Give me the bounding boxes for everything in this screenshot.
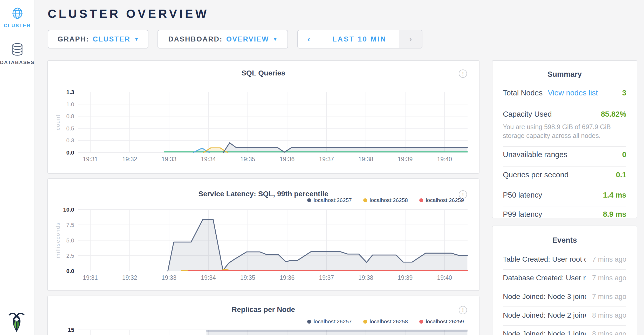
svg-text:5.0: 5.0 (66, 237, 74, 244)
globe-icon (11, 16, 23, 20)
svg-text:0.0: 0.0 (66, 149, 74, 156)
sidebar-item-cluster[interactable]: CLUSTER (0, 7, 35, 29)
event-row[interactable]: Node Joined: Node 1 joined... 8 mins ago (503, 330, 626, 335)
summary-row-capacity: Capacity Used 85.82% (503, 110, 626, 118)
divider (503, 106, 626, 106)
svg-text:1.0: 1.0 (66, 101, 74, 108)
dashboard-dropdown-label: DASHBOARD: (168, 35, 223, 43)
time-range-value[interactable]: LAST 10 MIN (320, 30, 399, 48)
divider (503, 269, 626, 270)
svg-text:19:34: 19:34 (201, 274, 216, 281)
qps-value: 0.1 (616, 171, 626, 179)
summary-row-p50-latency: P50 latency 1.4 ms (503, 191, 626, 199)
svg-text:19:39: 19:39 (398, 156, 413, 163)
divider (503, 306, 626, 307)
page-title: CLUSTER OVERVIEW (48, 7, 209, 21)
svg-text:milliseconds: milliseconds (55, 222, 61, 258)
graph-dropdown[interactable]: GRAPH: CLUSTER ▾ (48, 30, 148, 48)
svg-text:19:38: 19:38 (358, 274, 373, 281)
total-nodes-value: 3 (622, 89, 626, 97)
chevron-down-icon: ▾ (135, 36, 139, 43)
time-range-prev-button[interactable]: ‹ (298, 30, 320, 48)
svg-text:19:33: 19:33 (162, 156, 177, 163)
event-row[interactable]: Node Joined: Node 3 joined... 7 mins ago (503, 292, 626, 301)
divider (503, 288, 626, 288)
svg-text:1.3: 1.3 (66, 89, 74, 95)
capacity-note: You are using 598.9 GiB of 697.9 GiB sto… (503, 122, 626, 140)
svg-text:10.0: 10.0 (63, 206, 74, 213)
summary-panel: Summary Total Nodes View nodes list 3 Ca… (492, 60, 637, 218)
svg-text:19:32: 19:32 (122, 274, 137, 281)
graph-dropdown-value: CLUSTER (93, 35, 130, 43)
svg-text:19:37: 19:37 (319, 156, 334, 163)
svg-text:19:39: 19:39 (398, 274, 413, 281)
svg-text:19:35: 19:35 (240, 156, 255, 163)
chevron-right-icon: › (409, 35, 412, 44)
time-range-next-button[interactable]: › (399, 30, 422, 48)
divider (503, 325, 626, 326)
replicas-per-node-chart-card: Replicas per Node ! localhost:26257 loca… (47, 296, 479, 335)
svg-text:19:37: 19:37 (319, 274, 334, 281)
dashboard-dropdown[interactable]: DASHBOARD: OVERVIEW ▾ (157, 30, 288, 48)
sql-queries-chart: 0.00.30.50.81.01.319:3119:3219:3319:3419… (48, 61, 480, 174)
cockroachdb-logo (9, 312, 25, 333)
svg-text:19:34: 19:34 (201, 156, 216, 163)
service-latency-chart: 0.02.55.07.510.019:3119:3219:3319:3419:3… (48, 179, 480, 291)
svg-text:0.8: 0.8 (66, 113, 74, 120)
divider (503, 146, 626, 147)
svg-text:19:40: 19:40 (437, 274, 452, 281)
svg-text:19:32: 19:32 (122, 156, 137, 163)
svg-text:19:31: 19:31 (83, 156, 98, 163)
p50-latency-value: 1.4 ms (603, 191, 626, 199)
capacity-used-value: 85.82% (601, 110, 626, 118)
svg-text:19:40: 19:40 (437, 156, 452, 163)
summary-row-p99-latency: P99 latency 8.9 ms (503, 210, 626, 219)
divider (503, 166, 626, 167)
chevron-left-icon: ‹ (307, 35, 310, 44)
divider (503, 187, 626, 187)
svg-text:0.5: 0.5 (66, 125, 74, 132)
replicas-per-node-chart: 1510 (48, 296, 480, 335)
time-range-selector: ‹ LAST 10 MIN › (297, 30, 422, 48)
summary-row-qps: Queries per second 0.1 (503, 171, 626, 179)
svg-text:19:36: 19:36 (280, 274, 295, 281)
summary-heading: Summary (492, 70, 637, 79)
service-latency-chart-card: Service Latency: SQL, 99th percentile ! … (47, 178, 479, 291)
p99-latency-value: 8.9 ms (603, 210, 626, 219)
event-row[interactable]: Database Created: User roo... 7 mins ago (503, 274, 626, 282)
svg-text:0.0: 0.0 (66, 268, 74, 274)
graph-dropdown-label: GRAPH: (58, 35, 89, 43)
svg-text:19:38: 19:38 (358, 156, 373, 163)
event-row[interactable]: Table Created: User root cre... 7 mins a… (503, 255, 626, 263)
event-row[interactable]: Node Joined: Node 2 joined... 8 mins ago (503, 311, 626, 319)
svg-text:0.3: 0.3 (66, 137, 74, 144)
svg-text:19:31: 19:31 (83, 274, 98, 281)
sidebar-item-label: DATABASES (0, 60, 35, 65)
svg-text:19:36: 19:36 (280, 156, 295, 163)
events-panel: Events Table Created: User root cre... 7… (492, 226, 637, 335)
divider (503, 206, 626, 206)
summary-row-unavailable-ranges: Unavailable ranges 0 (503, 150, 626, 159)
sidebar: CLUSTER DATABASES (0, 0, 35, 335)
svg-text:2.5: 2.5 (66, 253, 74, 259)
database-icon (11, 52, 24, 57)
events-heading: Events (492, 236, 637, 245)
cluster-overview-screen: CLUSTER DATABASES (0, 0, 644, 335)
svg-text:7.5: 7.5 (66, 222, 74, 228)
unavailable-ranges-value: 0 (622, 150, 626, 159)
svg-text:count: count (55, 114, 61, 130)
sql-queries-chart-card: SQL Queries ! 0.00.30.50.81.01.319:3119:… (47, 60, 479, 174)
summary-row-total-nodes: Total Nodes View nodes list 3 (503, 89, 626, 97)
sidebar-item-databases[interactable]: DATABASES (0, 43, 35, 65)
sidebar-item-label: CLUSTER (0, 23, 35, 29)
svg-text:15: 15 (68, 327, 74, 333)
chevron-down-icon: ▾ (274, 36, 277, 43)
dashboard-dropdown-value: OVERVIEW (226, 35, 269, 43)
view-nodes-list-link[interactable]: View nodes list (548, 89, 598, 97)
svg-text:19:35: 19:35 (240, 274, 255, 281)
svg-text:19:33: 19:33 (162, 274, 177, 281)
